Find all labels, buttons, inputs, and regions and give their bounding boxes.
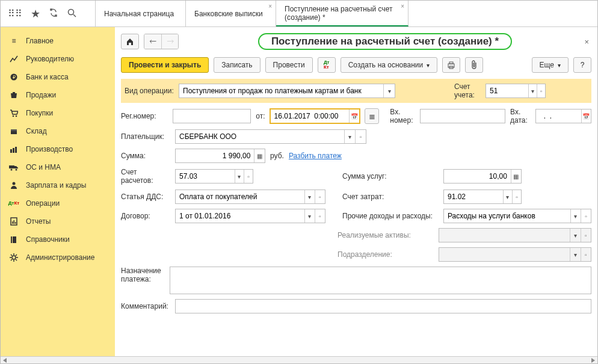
- sidebar-item-production[interactable]: Производство: [1, 140, 115, 158]
- forward-button[interactable]: 🡒: [161, 34, 178, 49]
- sidebar-item-label: Склад: [26, 127, 47, 135]
- split-link[interactable]: Разбить платеж: [289, 152, 342, 160]
- optype-combo[interactable]: ▾: [179, 84, 395, 98]
- innum-input[interactable]: [421, 110, 505, 123]
- from-date-input[interactable]: [271, 110, 349, 123]
- account-input[interactable]: [486, 84, 528, 97]
- sidebar-item-admin[interactable]: Администрирование: [1, 248, 115, 267]
- calc-icon[interactable]: ▦: [511, 170, 521, 183]
- sum-field[interactable]: ▦: [175, 149, 265, 163]
- account-combo[interactable]: ▾ ▫: [485, 84, 546, 98]
- sidebar-item-purchases[interactable]: Покупки: [1, 104, 115, 122]
- tab-home[interactable]: Начальная страница: [96, 1, 186, 26]
- sidebar-item-warehouse[interactable]: Склад: [1, 122, 115, 140]
- close-button[interactable]: ×: [582, 35, 591, 49]
- help-button[interactable]: ?: [573, 57, 591, 73]
- history-icon[interactable]: [49, 8, 58, 19]
- indate-input[interactable]: [536, 110, 581, 123]
- chevron-down-icon[interactable]: ▾: [570, 248, 580, 261]
- regnum-field[interactable]: [173, 109, 251, 123]
- sidebar-item-label: Банк и касса: [26, 73, 69, 81]
- close-icon[interactable]: ×: [401, 3, 404, 10]
- star-icon[interactable]: ★: [31, 7, 40, 20]
- dds-input[interactable]: [176, 190, 304, 203]
- optype-label: Вид операции:: [125, 87, 174, 95]
- from-date-field[interactable]: 📅: [270, 109, 360, 123]
- search-icon[interactable]: [67, 8, 76, 19]
- open-icon[interactable]: ▫: [315, 209, 325, 223]
- dept-combo[interactable]: ▾ ▫: [439, 247, 591, 262]
- sidebar-item-main[interactable]: ≡Главное: [1, 32, 115, 50]
- sidebar-item-reports[interactable]: Отчеты: [1, 212, 115, 230]
- sidebar-item-operations[interactable]: ДтКтОперации: [1, 194, 115, 212]
- row-contract: Договор: ▾ ▫ Прочие доходы и расходы: ▾ …: [121, 209, 591, 223]
- tab-bank[interactable]: Банковские выписки×: [186, 1, 276, 26]
- sidebar-item-refs[interactable]: Справочники: [1, 230, 115, 248]
- costacc-combo[interactable]: ▾ ▫: [443, 190, 522, 204]
- sidebar-item-hr[interactable]: Зарплата и кадры: [1, 176, 115, 194]
- svg-point-13: [16, 169, 17, 171]
- comment-input[interactable]: [176, 300, 591, 313]
- open-icon[interactable]: ▫: [512, 190, 521, 203]
- dtkt-button[interactable]: ДтКт: [318, 57, 336, 73]
- chevron-down-icon[interactable]: ▾: [383, 84, 395, 97]
- costacc-input[interactable]: [444, 190, 503, 203]
- sidebar-item-assets[interactable]: ОС и НМА: [1, 158, 115, 176]
- payer-input[interactable]: [176, 130, 344, 143]
- optype-input[interactable]: [179, 84, 383, 97]
- back-button[interactable]: 🡐: [144, 34, 161, 49]
- tab-receipt[interactable]: Поступление на расчетный счет (создание)…: [276, 1, 408, 26]
- sidebar-item-sales[interactable]: Продажи: [1, 86, 115, 104]
- sum-input[interactable]: [176, 149, 254, 162]
- calendar-icon[interactable]: 📅: [349, 110, 360, 123]
- contract-combo[interactable]: ▾ ▫: [175, 209, 325, 223]
- close-icon[interactable]: ×: [268, 3, 272, 10]
- write-button[interactable]: Записать: [214, 57, 260, 73]
- assets-combo[interactable]: ▾ ▫: [439, 228, 591, 242]
- post-button[interactable]: Провести: [265, 57, 313, 73]
- open-icon[interactable]: ▫: [537, 84, 545, 97]
- attach-button[interactable]: [465, 57, 483, 73]
- innum-field[interactable]: [420, 109, 505, 123]
- chevron-down-icon[interactable]: ▾: [528, 84, 537, 97]
- chevron-down-icon[interactable]: ▾: [304, 190, 315, 203]
- settle-input[interactable]: [176, 170, 235, 183]
- print-button[interactable]: [442, 57, 460, 73]
- open-icon[interactable]: ▫: [581, 209, 591, 223]
- open-icon[interactable]: ▫: [581, 248, 591, 261]
- calc-icon[interactable]: ▦: [254, 149, 265, 162]
- calendar-icon[interactable]: 📅: [581, 110, 591, 123]
- create-based-button[interactable]: Создать на основании: [341, 57, 438, 73]
- chevron-down-icon[interactable]: ▾: [304, 209, 315, 223]
- contract-input[interactable]: [176, 209, 304, 223]
- chevron-down-icon[interactable]: ▾: [503, 190, 512, 203]
- open-icon[interactable]: ▫: [355, 130, 366, 143]
- svcsum-field[interactable]: ▦: [443, 169, 522, 184]
- home-button[interactable]: [121, 34, 139, 49]
- purpose-input[interactable]: [170, 267, 591, 294]
- payer-combo[interactable]: ▾ ▫: [175, 129, 366, 144]
- horizontal-scrollbar[interactable]: [1, 356, 597, 363]
- dds-combo[interactable]: ▾ ▫: [175, 190, 325, 204]
- sidebar-item-bank[interactable]: ₽Банк и касса: [1, 68, 115, 86]
- open-icon[interactable]: ▫: [581, 229, 591, 242]
- regnum-input[interactable]: [173, 110, 251, 123]
- open-icon[interactable]: ▫: [315, 190, 325, 203]
- chevron-down-icon[interactable]: ▾: [235, 170, 244, 183]
- settle-combo[interactable]: ▾ ▫: [175, 169, 253, 184]
- other-input[interactable]: [444, 209, 570, 223]
- chevron-down-icon[interactable]: ▾: [570, 229, 580, 242]
- sidebar-item-manager[interactable]: Руководителю: [1, 50, 115, 68]
- open-icon[interactable]: ▫: [244, 170, 253, 183]
- sidebar-item-label: Операции: [26, 199, 60, 208]
- other-combo[interactable]: ▾ ▫: [443, 209, 591, 223]
- indate-field[interactable]: 📅: [535, 109, 591, 123]
- lines-button[interactable]: ≣: [365, 108, 379, 124]
- more-button[interactable]: Еще: [532, 57, 569, 73]
- svcsum-input[interactable]: [444, 170, 511, 183]
- apps-icon[interactable]: ⠿⠿: [8, 8, 22, 19]
- comment-field[interactable]: [175, 299, 591, 313]
- chevron-down-icon[interactable]: ▾: [344, 130, 355, 143]
- post-close-button[interactable]: Провести и закрыть: [121, 57, 209, 73]
- chevron-down-icon[interactable]: ▾: [570, 209, 581, 223]
